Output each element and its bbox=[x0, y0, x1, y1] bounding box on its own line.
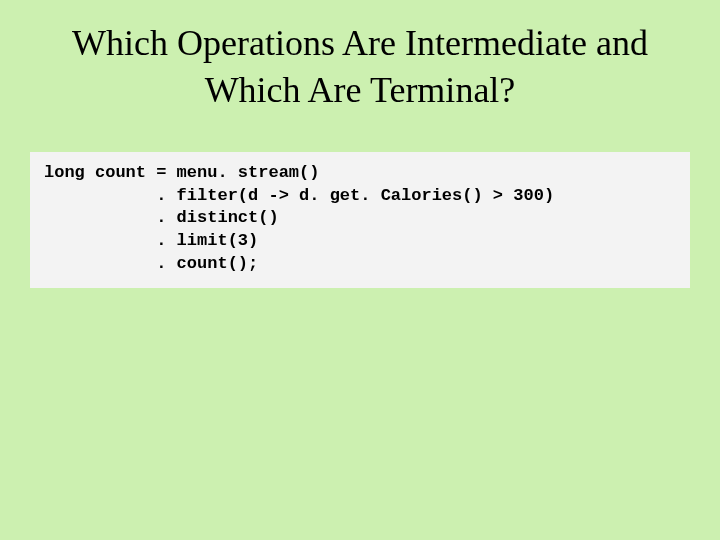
title-line-2: Which Are Terminal? bbox=[205, 70, 516, 110]
slide-container: Which Operations Are Intermediate and Wh… bbox=[0, 0, 720, 540]
code-block: long count = menu. stream() . filter(d -… bbox=[30, 152, 690, 289]
slide-title: Which Operations Are Intermediate and Wh… bbox=[0, 20, 720, 114]
title-line-1: Which Operations Are Intermediate and bbox=[72, 23, 648, 63]
